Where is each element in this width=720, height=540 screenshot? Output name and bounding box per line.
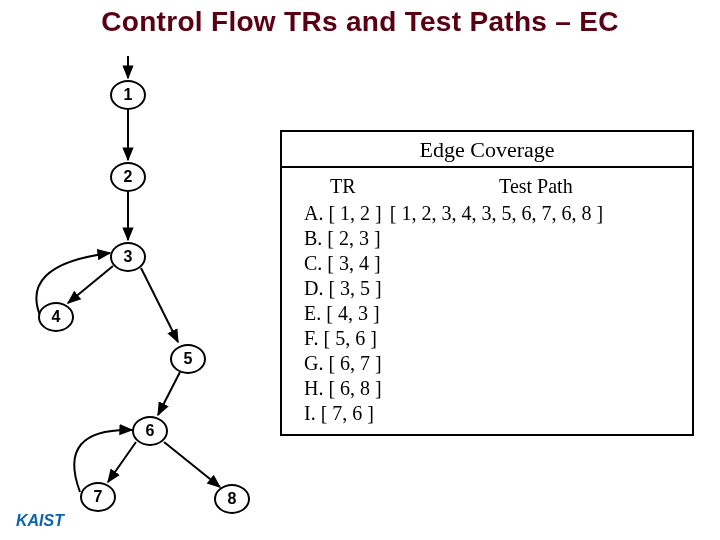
slide-title: Control Flow TRs and Test Paths – EC bbox=[0, 6, 720, 38]
tr-row: E. [ 4, 3 ] bbox=[304, 301, 382, 326]
tr-row: G. [ 6, 7 ] bbox=[304, 351, 382, 376]
edge-coverage-table: Edge Coverage TR A. [ 1, 2 ] B. [ 2, 3 ]… bbox=[280, 130, 694, 436]
node-label: 1 bbox=[124, 86, 133, 104]
table-body: TR A. [ 1, 2 ] B. [ 2, 3 ] C. [ 3, 4 ] D… bbox=[282, 168, 692, 434]
svg-line-5 bbox=[158, 372, 180, 415]
tr-row: A. [ 1, 2 ] bbox=[304, 201, 382, 226]
test-path-column: Test Path [ 1, 2, 3, 4, 3, 5, 6, 7, 6, 8… bbox=[390, 174, 682, 426]
test-path-header: Test Path bbox=[390, 174, 682, 199]
tr-column: TR A. [ 1, 2 ] B. [ 2, 3 ] C. [ 3, 4 ] D… bbox=[304, 174, 390, 426]
graph-node-4: 4 bbox=[38, 302, 74, 332]
node-label: 2 bbox=[124, 168, 133, 186]
slide: Control Flow TRs and Test Paths – EC 1 2… bbox=[0, 0, 720, 540]
tr-row: D. [ 3, 5 ] bbox=[304, 276, 382, 301]
tr-row: F. [ 5, 6 ] bbox=[304, 326, 382, 351]
tr-row: I. [ 7, 6 ] bbox=[304, 401, 382, 426]
graph-node-6: 6 bbox=[132, 416, 168, 446]
kaist-logo: KAIST bbox=[16, 512, 64, 530]
graph-node-3: 3 bbox=[110, 242, 146, 272]
tr-row: C. [ 3, 4 ] bbox=[304, 251, 382, 276]
tr-row: B. [ 2, 3 ] bbox=[304, 226, 382, 251]
node-label: 4 bbox=[52, 308, 61, 326]
svg-line-6 bbox=[108, 442, 136, 482]
graph-node-2: 2 bbox=[110, 162, 146, 192]
svg-line-7 bbox=[164, 442, 220, 487]
node-label: 3 bbox=[124, 248, 133, 266]
node-label: 7 bbox=[94, 488, 103, 506]
graph-node-1: 1 bbox=[110, 80, 146, 110]
svg-line-3 bbox=[68, 266, 113, 303]
node-label: 5 bbox=[184, 350, 193, 368]
tr-header: TR bbox=[304, 174, 382, 199]
graph-node-5: 5 bbox=[170, 344, 206, 374]
tr-row: H. [ 6, 8 ] bbox=[304, 376, 382, 401]
test-path-value: [ 1, 2, 3, 4, 3, 5, 6, 7, 6, 8 ] bbox=[390, 201, 682, 226]
table-caption: Edge Coverage bbox=[282, 132, 692, 168]
node-label: 8 bbox=[228, 490, 237, 508]
graph-node-7: 7 bbox=[80, 482, 116, 512]
node-label: 6 bbox=[146, 422, 155, 440]
graph-node-8: 8 bbox=[214, 484, 250, 514]
svg-line-4 bbox=[141, 268, 178, 342]
